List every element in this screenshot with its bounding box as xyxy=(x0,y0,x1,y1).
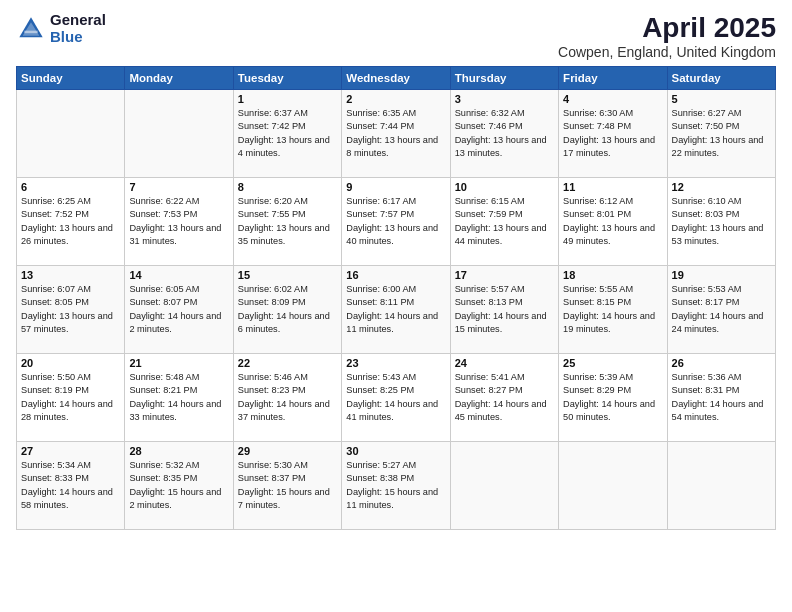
day-info: Sunrise: 6:05 AM Sunset: 8:07 PM Dayligh… xyxy=(129,283,228,336)
day-info: Sunrise: 6:02 AM Sunset: 8:09 PM Dayligh… xyxy=(238,283,337,336)
day-number: 22 xyxy=(238,357,337,369)
calendar-cell xyxy=(125,90,233,178)
calendar-week-2: 6Sunrise: 6:25 AM Sunset: 7:52 PM Daylig… xyxy=(17,178,776,266)
day-info: Sunrise: 5:30 AM Sunset: 8:37 PM Dayligh… xyxy=(238,459,337,512)
day-number: 18 xyxy=(563,269,662,281)
weekday-header-tuesday: Tuesday xyxy=(233,67,341,90)
calendar-cell: 12Sunrise: 6:10 AM Sunset: 8:03 PM Dayli… xyxy=(667,178,775,266)
day-number: 30 xyxy=(346,445,445,457)
day-number: 5 xyxy=(672,93,771,105)
day-number: 9 xyxy=(346,181,445,193)
day-number: 4 xyxy=(563,93,662,105)
calendar-cell xyxy=(559,442,667,530)
calendar-cell: 28Sunrise: 5:32 AM Sunset: 8:35 PM Dayli… xyxy=(125,442,233,530)
day-number: 6 xyxy=(21,181,120,193)
day-number: 17 xyxy=(455,269,554,281)
day-number: 26 xyxy=(672,357,771,369)
day-info: Sunrise: 6:07 AM Sunset: 8:05 PM Dayligh… xyxy=(21,283,120,336)
calendar-cell: 17Sunrise: 5:57 AM Sunset: 8:13 PM Dayli… xyxy=(450,266,558,354)
calendar-cell: 11Sunrise: 6:12 AM Sunset: 8:01 PM Dayli… xyxy=(559,178,667,266)
day-info: Sunrise: 6:25 AM Sunset: 7:52 PM Dayligh… xyxy=(21,195,120,248)
calendar-cell: 14Sunrise: 6:05 AM Sunset: 8:07 PM Dayli… xyxy=(125,266,233,354)
weekday-header-row: SundayMondayTuesdayWednesdayThursdayFrid… xyxy=(17,67,776,90)
day-info: Sunrise: 6:27 AM Sunset: 7:50 PM Dayligh… xyxy=(672,107,771,160)
calendar-cell: 22Sunrise: 5:46 AM Sunset: 8:23 PM Dayli… xyxy=(233,354,341,442)
calendar-cell: 5Sunrise: 6:27 AM Sunset: 7:50 PM Daylig… xyxy=(667,90,775,178)
calendar-week-1: 1Sunrise: 6:37 AM Sunset: 7:42 PM Daylig… xyxy=(17,90,776,178)
day-number: 21 xyxy=(129,357,228,369)
day-number: 2 xyxy=(346,93,445,105)
day-number: 11 xyxy=(563,181,662,193)
calendar-cell: 6Sunrise: 6:25 AM Sunset: 7:52 PM Daylig… xyxy=(17,178,125,266)
calendar-cell: 21Sunrise: 5:48 AM Sunset: 8:21 PM Dayli… xyxy=(125,354,233,442)
calendar-cell xyxy=(667,442,775,530)
day-number: 1 xyxy=(238,93,337,105)
day-number: 27 xyxy=(21,445,120,457)
weekday-header-saturday: Saturday xyxy=(667,67,775,90)
calendar-cell: 25Sunrise: 5:39 AM Sunset: 8:29 PM Dayli… xyxy=(559,354,667,442)
calendar-cell: 16Sunrise: 6:00 AM Sunset: 8:11 PM Dayli… xyxy=(342,266,450,354)
calendar-cell xyxy=(450,442,558,530)
day-info: Sunrise: 6:15 AM Sunset: 7:59 PM Dayligh… xyxy=(455,195,554,248)
day-info: Sunrise: 5:41 AM Sunset: 8:27 PM Dayligh… xyxy=(455,371,554,424)
calendar-cell: 18Sunrise: 5:55 AM Sunset: 8:15 PM Dayli… xyxy=(559,266,667,354)
day-number: 20 xyxy=(21,357,120,369)
day-info: Sunrise: 6:22 AM Sunset: 7:53 PM Dayligh… xyxy=(129,195,228,248)
calendar-cell: 26Sunrise: 5:36 AM Sunset: 8:31 PM Dayli… xyxy=(667,354,775,442)
calendar-cell: 13Sunrise: 6:07 AM Sunset: 8:05 PM Dayli… xyxy=(17,266,125,354)
day-number: 13 xyxy=(21,269,120,281)
calendar-body: 1Sunrise: 6:37 AM Sunset: 7:42 PM Daylig… xyxy=(17,90,776,530)
day-info: Sunrise: 5:43 AM Sunset: 8:25 PM Dayligh… xyxy=(346,371,445,424)
day-number: 3 xyxy=(455,93,554,105)
day-number: 16 xyxy=(346,269,445,281)
calendar-cell: 4Sunrise: 6:30 AM Sunset: 7:48 PM Daylig… xyxy=(559,90,667,178)
svg-rect-2 xyxy=(24,30,37,32)
day-number: 8 xyxy=(238,181,337,193)
calendar-cell: 30Sunrise: 5:27 AM Sunset: 8:38 PM Dayli… xyxy=(342,442,450,530)
day-info: Sunrise: 6:10 AM Sunset: 8:03 PM Dayligh… xyxy=(672,195,771,248)
day-number: 12 xyxy=(672,181,771,193)
weekday-header-monday: Monday xyxy=(125,67,233,90)
weekday-header-sunday: Sunday xyxy=(17,67,125,90)
calendar-cell: 15Sunrise: 6:02 AM Sunset: 8:09 PM Dayli… xyxy=(233,266,341,354)
day-number: 29 xyxy=(238,445,337,457)
day-number: 25 xyxy=(563,357,662,369)
calendar-cell: 19Sunrise: 5:53 AM Sunset: 8:17 PM Dayli… xyxy=(667,266,775,354)
calendar-cell: 24Sunrise: 5:41 AM Sunset: 8:27 PM Dayli… xyxy=(450,354,558,442)
logo-icon xyxy=(16,14,46,44)
day-info: Sunrise: 5:46 AM Sunset: 8:23 PM Dayligh… xyxy=(238,371,337,424)
day-number: 7 xyxy=(129,181,228,193)
day-info: Sunrise: 6:17 AM Sunset: 7:57 PM Dayligh… xyxy=(346,195,445,248)
weekday-header-friday: Friday xyxy=(559,67,667,90)
day-info: Sunrise: 6:00 AM Sunset: 8:11 PM Dayligh… xyxy=(346,283,445,336)
calendar-header: SundayMondayTuesdayWednesdayThursdayFrid… xyxy=(17,67,776,90)
day-info: Sunrise: 6:12 AM Sunset: 8:01 PM Dayligh… xyxy=(563,195,662,248)
calendar-cell: 23Sunrise: 5:43 AM Sunset: 8:25 PM Dayli… xyxy=(342,354,450,442)
day-number: 23 xyxy=(346,357,445,369)
day-number: 14 xyxy=(129,269,228,281)
day-number: 28 xyxy=(129,445,228,457)
calendar-cell: 29Sunrise: 5:30 AM Sunset: 8:37 PM Dayli… xyxy=(233,442,341,530)
title-block: April 2025 Cowpen, England, United Kingd… xyxy=(558,12,776,60)
calendar-week-4: 20Sunrise: 5:50 AM Sunset: 8:19 PM Dayli… xyxy=(17,354,776,442)
day-info: Sunrise: 6:32 AM Sunset: 7:46 PM Dayligh… xyxy=(455,107,554,160)
logo-blue-text: Blue xyxy=(50,29,106,46)
calendar-cell: 7Sunrise: 6:22 AM Sunset: 7:53 PM Daylig… xyxy=(125,178,233,266)
header: General Blue April 2025 Cowpen, England,… xyxy=(16,12,776,60)
logo: General Blue xyxy=(16,12,106,45)
day-info: Sunrise: 6:35 AM Sunset: 7:44 PM Dayligh… xyxy=(346,107,445,160)
day-info: Sunrise: 5:32 AM Sunset: 8:35 PM Dayligh… xyxy=(129,459,228,512)
logo-text: General Blue xyxy=(50,12,106,45)
weekday-header-thursday: Thursday xyxy=(450,67,558,90)
calendar: SundayMondayTuesdayWednesdayThursdayFrid… xyxy=(16,66,776,530)
day-info: Sunrise: 5:50 AM Sunset: 8:19 PM Dayligh… xyxy=(21,371,120,424)
day-info: Sunrise: 5:55 AM Sunset: 8:15 PM Dayligh… xyxy=(563,283,662,336)
day-number: 24 xyxy=(455,357,554,369)
main-title: April 2025 xyxy=(558,12,776,44)
day-info: Sunrise: 5:48 AM Sunset: 8:21 PM Dayligh… xyxy=(129,371,228,424)
day-info: Sunrise: 5:27 AM Sunset: 8:38 PM Dayligh… xyxy=(346,459,445,512)
weekday-header-wednesday: Wednesday xyxy=(342,67,450,90)
day-number: 19 xyxy=(672,269,771,281)
calendar-week-5: 27Sunrise: 5:34 AM Sunset: 8:33 PM Dayli… xyxy=(17,442,776,530)
day-info: Sunrise: 5:53 AM Sunset: 8:17 PM Dayligh… xyxy=(672,283,771,336)
